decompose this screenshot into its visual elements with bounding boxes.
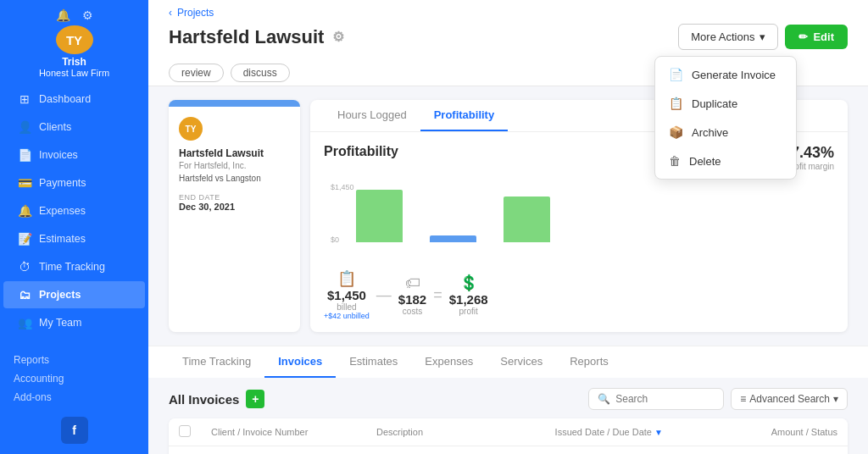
- sidebar-item-label: Payments: [39, 177, 86, 189]
- row1-check: [169, 446, 201, 455]
- more-actions-button[interactable]: More Actions ▾: [678, 24, 778, 50]
- search-box[interactable]: 🔍: [588, 388, 724, 410]
- tag-discuss[interactable]: discuss: [231, 64, 290, 82]
- bottom-tabs: Time Tracking Invoices Estimates Expense…: [148, 346, 868, 378]
- add-invoice-button[interactable]: +: [246, 390, 264, 408]
- sidebar-item-label: Invoices: [39, 149, 78, 161]
- sidebar-item-my-team[interactable]: 👥 My Team: [3, 309, 145, 336]
- bar-chart: [356, 183, 827, 242]
- generate-invoice-item[interactable]: 📄 Generate Invoice: [655, 60, 796, 89]
- advanced-search-button[interactable]: ≡ Advanced Search ▾: [731, 388, 848, 410]
- bar-chart-container: $1,450 $0: [324, 183, 834, 259]
- avatar: TY: [56, 25, 93, 54]
- stat-costs: 🏷 $182 costs: [398, 274, 426, 316]
- equals-separator: =: [433, 286, 442, 304]
- delete-item[interactable]: 🗑 Delete: [655, 147, 796, 175]
- sidebar-item-label: Time Tracking: [39, 261, 105, 273]
- tab-profitability[interactable]: Profitability: [420, 100, 509, 131]
- th-description: Description: [366, 418, 545, 446]
- topbar: ‹ Projects Hartsfeld Lawsuit ⚙ More Acti…: [148, 0, 868, 86]
- payments-icon: 💳: [17, 176, 32, 190]
- pencil-icon: ✏: [798, 30, 808, 43]
- tag-review[interactable]: review: [169, 64, 224, 82]
- tab-reports[interactable]: Reports: [556, 346, 622, 378]
- addons-link[interactable]: Add-ons: [14, 388, 135, 407]
- search-row: 🔍 ≡ Advanced Search ▾: [588, 388, 848, 410]
- th-amount: Amount / Status: [726, 418, 848, 446]
- duplicate-item[interactable]: 📋 Duplicate: [655, 89, 796, 118]
- th-date[interactable]: Issued Date / Due Date ▼: [545, 418, 726, 446]
- topbar-row: Hartsfeld Lawsuit ⚙ More Actions ▾ ✏ Edi…: [169, 24, 848, 57]
- search-input[interactable]: [615, 393, 709, 405]
- sidebar-item-payments[interactable]: 💳 Payments: [3, 169, 145, 197]
- stats-row: 📋 $1,450 billed +$42 unbilled — 🏷 $182 c…: [324, 269, 834, 320]
- card-subtitle: For Hartsfeld, Inc.: [179, 161, 290, 170]
- row1-desc: General consultation: [366, 446, 545, 455]
- card-title: Hartsfeld Lawsuit: [179, 147, 290, 159]
- sidebar-item-dashboard[interactable]: ⊞ Dashboard: [3, 86, 145, 113]
- chevron-left-icon: ‹: [169, 7, 172, 19]
- card-description: Hartsfeld vs Langston: [179, 174, 290, 183]
- invoices-icon: 📄: [17, 148, 32, 162]
- sidebar-item-clients[interactable]: 👤 Clients: [3, 114, 145, 141]
- bell-icon[interactable]: 🔔: [56, 8, 70, 22]
- billed-label: billed: [324, 302, 370, 312]
- delete-icon: 🗑: [669, 154, 681, 168]
- invoice-icon: 📄: [669, 68, 683, 81]
- bar-group-2: [430, 235, 476, 242]
- tab-invoices[interactable]: Invoices: [264, 346, 336, 378]
- freshbooks-icon: f: [61, 417, 88, 444]
- end-date-label: END DATE: [179, 193, 290, 202]
- sidebar-item-estimates[interactable]: 📝 Estimates: [3, 225, 145, 252]
- invoice-table: Client / Invoice Number Description Issu…: [169, 418, 848, 454]
- tab-time-tracking[interactable]: Time Tracking: [169, 346, 264, 378]
- th-client: Client / Invoice Number: [201, 418, 366, 446]
- costs-icon: 🏷: [398, 274, 426, 292]
- archive-item[interactable]: 📦 Archive: [655, 118, 796, 147]
- row1-client: Hartsfeld, Inc. 1632: [201, 446, 366, 455]
- bar-costs-blue: [430, 235, 476, 242]
- sidebar-item-time-tracking[interactable]: ⏱ Time Tracking: [3, 253, 145, 280]
- billed-amount: $1,450: [324, 288, 370, 302]
- costs-amount: $182: [398, 292, 426, 307]
- invoice-header: All Invoices + 🔍 ≡ Advanced Search ▾: [169, 388, 848, 410]
- bar-billed-green: [356, 190, 403, 242]
- row1-amount: $1,200.00 Sent: [726, 446, 848, 455]
- invoice-section-title: All Invoices +: [169, 390, 264, 408]
- sortable-date[interactable]: Issued Date / Due Date ▼: [555, 427, 715, 437]
- filter-icon[interactable]: ⚙: [332, 29, 344, 45]
- costs-label: costs: [398, 307, 426, 316]
- sidebar-item-label: Dashboard: [39, 93, 91, 105]
- end-date-value: Dec 30, 2021: [179, 202, 290, 212]
- tab-expenses[interactable]: Expenses: [411, 346, 487, 378]
- chart-y-bottom: $0: [331, 235, 339, 244]
- profit-label: profit: [449, 307, 488, 316]
- sidebar-item-invoices[interactable]: 📄 Invoices: [3, 141, 145, 169]
- clients-icon: 👤: [17, 120, 32, 134]
- tab-estimates[interactable]: Estimates: [336, 346, 411, 378]
- sidebar-item-expenses[interactable]: 🔔 Expenses: [3, 197, 145, 224]
- archive-icon: 📦: [669, 125, 683, 139]
- profit-icon: 💲: [449, 274, 488, 292]
- tab-services[interactable]: Services: [487, 346, 556, 378]
- profit-amount: $1,268: [449, 292, 488, 307]
- sidebar: 🔔 ⚙ TY Trish Honest Law Firm ⊞ Dashboard…: [0, 0, 148, 454]
- minus-separator: —: [376, 286, 392, 304]
- sidebar-item-label: Estimates: [39, 233, 86, 245]
- sidebar-item-label: Expenses: [39, 205, 86, 217]
- edit-button[interactable]: ✏ Edit: [785, 25, 848, 49]
- accounting-link[interactable]: Accounting: [14, 369, 135, 388]
- breadcrumb[interactable]: ‹ Projects: [169, 7, 848, 19]
- chevron-down-icon: ▾: [760, 30, 765, 43]
- tab-hours-logged[interactable]: Hours Logged: [324, 100, 420, 131]
- gear-icon[interactable]: ⚙: [82, 8, 93, 22]
- reports-link[interactable]: Reports: [14, 351, 135, 369]
- topbar-actions: More Actions ▾ ✏ Edit 📄 Generate Invoice…: [678, 24, 848, 50]
- card-body: TY Hartsfeld Lawsuit For Hartsfeld, Inc.…: [169, 107, 300, 222]
- expenses-icon: 🔔: [17, 204, 32, 218]
- sidebar-item-projects[interactable]: 🗂 Projects: [3, 281, 145, 308]
- sort-icon: ▼: [654, 428, 663, 437]
- chevron-down-icon: ▾: [833, 393, 838, 405]
- dashboard-icon: ⊞: [17, 92, 32, 106]
- select-all-checkbox[interactable]: [179, 425, 191, 437]
